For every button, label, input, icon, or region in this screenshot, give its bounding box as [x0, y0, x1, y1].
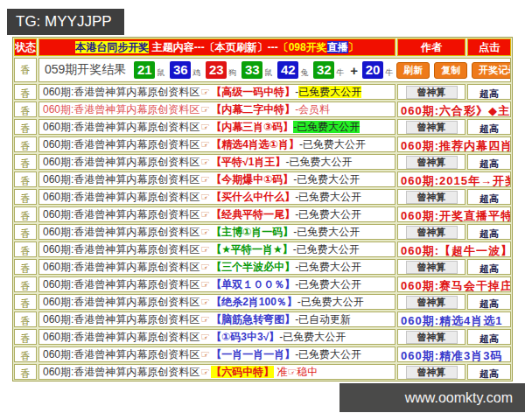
pointer-hand-icon: ☞ — [200, 156, 210, 168]
pointer-hand-icon: ☞ — [200, 366, 210, 378]
thread-status-text: -已免费大公开 — [295, 208, 361, 220]
header-title-segment: 〔098开奖 — [278, 41, 327, 53]
thread-bracket-title: 【脑筋急转弯图】 — [211, 313, 295, 326]
clicks-cell: 超高 — [467, 294, 511, 310]
clicks-cell: 超高 — [467, 154, 511, 170]
promo-link[interactable]: 060期:2015年→开奖 — [397, 172, 511, 187]
refresh-button[interactable]: 刷新 — [396, 62, 430, 79]
draw-result-row: 香059期开奖结果21鼠36鸡23狗33鼠42兔32牛+20牛刷新复制开奖记录 — [14, 58, 511, 82]
author-name: 曾神算 — [406, 331, 458, 344]
header-status: 状态 — [14, 38, 37, 56]
author-name: 曾神算 — [406, 226, 458, 239]
incense-icon: 香 — [21, 157, 31, 170]
incense-icon: 香 — [21, 297, 31, 310]
status-icon-cell: 香 — [14, 119, 37, 135]
status-icon-cell: 香 — [14, 364, 37, 380]
thread-title-link[interactable]: 060期:香港曾神算内幕原创资料区☞【★平特一肖★】-已免费大公开 — [38, 242, 396, 257]
clicks-cell: 超高 — [467, 329, 511, 345]
thread-status-text: -已免费大公开 — [298, 296, 364, 308]
thread-bracket-title: 【内幕三肖③码】 — [211, 121, 293, 133]
promo-link[interactable]: 060期:精准3肖3码 — [397, 346, 511, 362]
promo-link[interactable]: 060期:精选4肖选1 — [397, 312, 511, 327]
author-cell: 曾神算 — [397, 224, 466, 240]
promo-link[interactable]: 060期:【超牛一波】 — [397, 242, 511, 257]
thread-title-link[interactable]: 060期:香港曾神算内幕原创资料区☞【经典平特一尾】-已免费大公开 — [38, 206, 396, 222]
promo-link[interactable]: 060期:赛马会干掉庄 — [397, 276, 511, 292]
thread-title-link[interactable]: 060期:香港曾神算内幕原创资料区☞【平特√1肖王】-已免费大公开 — [38, 154, 396, 170]
promo-link[interactable]: 060期:六合彩》◆主 — [397, 102, 511, 117]
thread-title-link[interactable]: 060期:香港曾神算内幕原创资料区☞【①码3中3√】-已免费大公开 — [38, 329, 396, 345]
table-header-row: 状态 本港台同步开奖 主题内容---〔本页刷新〕---〔098开奖直播〕 作者 … — [14, 38, 511, 56]
thread-row: 香060期:香港曾神算内幕原创资料区☞【高级一码中特】-已免费大公开曾神算超高 — [14, 84, 511, 100]
thread-prefix: 060期:香港曾神算内幕原创资料区 — [43, 366, 200, 378]
status-icon-cell: 香 — [14, 206, 37, 222]
incense-icon: 香 — [21, 122, 31, 135]
incense-icon: 香 — [21, 174, 31, 187]
clicks-value: 超高 — [480, 193, 499, 204]
incense-icon: 香 — [21, 262, 31, 275]
thread-title-link[interactable]: 060期:香港曾神算内幕原创资料区☞【脑筋急转弯图】-已自动更新 — [38, 312, 396, 327]
thread-title-link[interactable]: 060期:香港曾神算内幕原创资料区☞【单双１００％】-已免费大公开 — [38, 276, 396, 292]
status-icon-cell: 香 — [14, 329, 37, 345]
status-icon-cell: 香 — [14, 154, 37, 170]
incense-icon: 香 — [21, 59, 31, 81]
incense-icon: 香 — [21, 227, 31, 240]
thread-title-link[interactable]: 060期:香港曾神算内幕原创资料区☞【高级一码中特】-已免费大公开 — [38, 84, 396, 100]
thread-status-text: -已免费大公开 — [299, 138, 366, 150]
thread-status-text: -已免费大公开 — [285, 156, 352, 168]
zodiac-label: 鼠 — [157, 67, 164, 81]
header-title-segment: 本港台同步开奖 — [75, 41, 149, 53]
thread-bracket-title: 【高级一码中特】 — [211, 86, 295, 98]
forum-table: 状态 本港台同步开奖 主题内容---〔本页刷新〕---〔098开奖直播〕 作者 … — [12, 37, 513, 382]
promo-link[interactable]: 060期:开奖直播平特一 — [397, 206, 511, 222]
thread-title-link[interactable]: 060期:香港曾神算内幕原创资料区☞【主博①肖一码】-已免费大公开 — [38, 224, 396, 240]
promo-text: 060期:赛马会干掉庄 — [401, 279, 511, 292]
thread-title-link[interactable]: 060期:香港曾神算内幕原创资料区☞【六码中特】 准☞稳中 — [38, 364, 396, 380]
incense-icon: 香 — [21, 104, 31, 117]
thread-bracket-title: 【内幕二字中特】 — [211, 103, 295, 116]
thread-title-link[interactable]: 060期:香港曾神算内幕原创资料区☞【内幕二字中特】-会员料 — [38, 102, 396, 117]
incense-icon: 香 — [21, 87, 31, 100]
thread-prefix: 060期:香港曾神算内幕原创资料区 — [43, 226, 200, 238]
thread-status-text: -已免费大公开 — [293, 173, 360, 186]
thread-prefix: 060期:香港曾神算内幕原创资料区 — [43, 331, 200, 343]
pointer-hand-icon: ☞ — [200, 191, 210, 203]
thread-title-link[interactable]: 060期:香港曾神算内幕原创资料区☞【内幕三肖③码】-已免费大公开 — [38, 119, 396, 135]
pointer-hand-icon: ☞ — [200, 86, 210, 98]
thread-prefix: 060期:香港曾神算内幕原创资料区 — [43, 208, 200, 220]
thread-bracket-title: 【单双１００％】 — [211, 278, 295, 290]
header-clicks: 点击 — [467, 38, 511, 56]
thread-row: 香060期:香港曾神算内幕原创资料区☞【平特√1肖王】-已免费大公开曾神算超高 — [14, 154, 511, 170]
header-title-segment: 主题内容---〔本页刷新〕--- — [149, 41, 277, 53]
copy-button[interactable]: 复制 — [434, 62, 467, 79]
promo-text: 060期:六合彩》◆主 — [401, 104, 510, 117]
thread-title-link[interactable]: 060期:香港曾神算内幕原创资料区☞【一肖一肖一肖】-已免费大公开 — [38, 346, 396, 362]
clicks-value: 超高 — [480, 158, 499, 169]
thread-bracket-title: 【平特√1肖王】 — [211, 156, 285, 168]
thread-prefix: 060期:香港曾神算内幕原创资料区 — [43, 86, 200, 98]
author-name: 曾神算 — [406, 156, 458, 169]
thread-row: 香060期:香港曾神算内幕原创资料区☞【六码中特】 准☞稳中曾神算超高 — [14, 364, 511, 380]
status-icon-cell: 香 — [14, 102, 37, 117]
status-icon-cell: 香 — [14, 276, 37, 292]
draw-history-button[interactable]: 开奖记录 — [472, 62, 511, 79]
thread-title-link[interactable]: 060期:香港曾神算内幕原创资料区☞【今期爆中①码】-已免费大公开 — [38, 172, 396, 187]
promo-link[interactable]: 060期:推荐内幕四肖 — [397, 136, 511, 152]
thread-prefix: 060期:香港曾神算内幕原创资料区 — [43, 138, 200, 150]
thread-prefix: 060期:香港曾神算内幕原创资料区 — [43, 103, 200, 116]
status-icon-cell: 香 — [14, 224, 37, 240]
thread-prefix: 060期:香港曾神算内幕原创资料区 — [43, 278, 200, 290]
thread-bracket-title: 【①码3中3√】 — [211, 331, 279, 343]
thread-title-link[interactable]: 060期:香港曾神算内幕原创资料区☞【精选4肖选①肖】-已免费大公开 — [38, 136, 396, 152]
promo-text: 060期:精选4肖选1 — [401, 314, 502, 327]
thread-status-highlight: -已免费大公开 — [293, 121, 360, 133]
pointer-hand-icon: ☞ — [200, 226, 210, 238]
author-name: 曾神算 — [406, 296, 458, 309]
thread-title-link[interactable]: 060期:香港曾神算内幕原创资料区☞【买什么中什么】-已免费大公开 — [38, 189, 396, 205]
thread-title-link[interactable]: 060期:香港曾神算内幕原创资料区☞【绝杀2肖100％】-已免费大公开 — [38, 294, 396, 310]
zodiac-label: 狗 — [228, 67, 236, 81]
clicks-cell: 超高 — [467, 224, 511, 240]
pointer-hand-icon: ☞ — [200, 261, 210, 273]
incense-icon: 香 — [21, 209, 31, 222]
thread-title-link[interactable]: 060期:香港曾神算内幕原创资料区☞【三个半波必中】-已免费大公开 — [38, 259, 396, 275]
